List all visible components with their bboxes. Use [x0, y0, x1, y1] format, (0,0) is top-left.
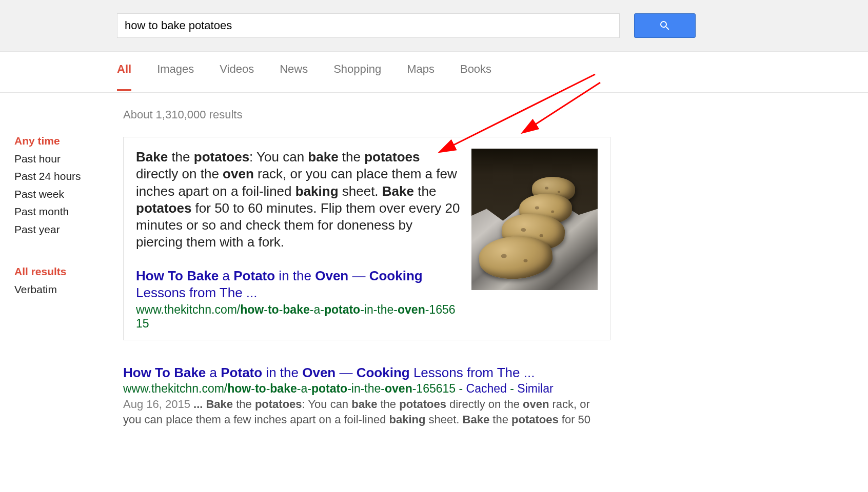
tab-shopping[interactable]: Shopping	[333, 63, 381, 91]
tab-books[interactable]: Books	[460, 63, 491, 91]
time-filter-past-24-hours[interactable]: Past 24 hours	[14, 168, 103, 185]
tab-maps[interactable]: Maps	[407, 63, 435, 91]
time-filter-past-hour[interactable]: Past hour	[14, 151, 103, 168]
result-snippet: Aug 16, 2015 ... Bake the potatoes: You …	[123, 397, 610, 427]
featured-snippet-image[interactable]	[471, 149, 598, 290]
result-url-line: www.thekitchn.com/how-to-bake-a-potato-i…	[123, 382, 610, 396]
featured-snippet-url: www.thekitchn.com/how-to-bake-a-potato-i…	[136, 303, 461, 331]
tab-videos[interactable]: Videos	[220, 63, 254, 91]
search-icon	[659, 19, 671, 32]
time-filter-past-month[interactable]: Past month	[14, 203, 103, 220]
featured-snippet-box: Bake the potatoes: You can bake the pota…	[123, 137, 610, 340]
time-filter-past-week[interactable]: Past week	[14, 186, 103, 203]
result-title[interactable]: How To Bake a Potato in the Oven — Cooki…	[123, 365, 610, 381]
main-content: Any timePast hourPast 24 hoursPast weekP…	[0, 93, 868, 427]
similar-link[interactable]: Similar	[517, 382, 553, 395]
filter-sidebar: Any timePast hourPast 24 hoursPast weekP…	[0, 108, 103, 427]
cached-link[interactable]: Cached	[466, 382, 507, 395]
results-column: About 1,310,000 results Bake the potatoe…	[123, 108, 610, 427]
tab-news[interactable]: News	[280, 63, 308, 91]
time-filter-group: Any timePast hourPast 24 hoursPast weekP…	[14, 133, 103, 238]
search-container	[117, 13, 696, 38]
featured-text: Bake the potatoes: You can bake the pota…	[136, 149, 461, 331]
result-url: www.thekitchn.com/how-to-bake-a-potato-i…	[123, 382, 456, 395]
results-filter-group: All resultsVerbatim	[14, 263, 103, 298]
featured-snippet-text: Bake the potatoes: You can bake the pota…	[136, 149, 461, 251]
result-date: Aug 16, 2015	[123, 398, 193, 411]
tab-images[interactable]: Images	[157, 63, 194, 91]
tab-all[interactable]: All	[117, 63, 131, 91]
dash-sep: -	[507, 382, 517, 395]
tabs-bar: AllImagesVideosNewsShoppingMapsBooks	[0, 52, 868, 93]
potato-image	[471, 149, 598, 290]
time-filter-past-year[interactable]: Past year	[14, 221, 103, 238]
time-filter-any-time[interactable]: Any time	[14, 133, 103, 150]
organic-result: How To Bake a Potato in the Oven — Cooki…	[123, 365, 610, 427]
search-button[interactable]	[634, 13, 696, 38]
search-header	[0, 0, 868, 52]
results-filter-verbatim[interactable]: Verbatim	[14, 281, 103, 298]
featured-snippet-title[interactable]: How To Bake a Potato in the Oven — Cooki…	[136, 268, 461, 302]
results-filter-all-results[interactable]: All results	[14, 263, 103, 280]
search-input[interactable]	[117, 13, 620, 38]
dash-sep: -	[456, 382, 466, 395]
result-stats: About 1,310,000 results	[123, 108, 610, 121]
